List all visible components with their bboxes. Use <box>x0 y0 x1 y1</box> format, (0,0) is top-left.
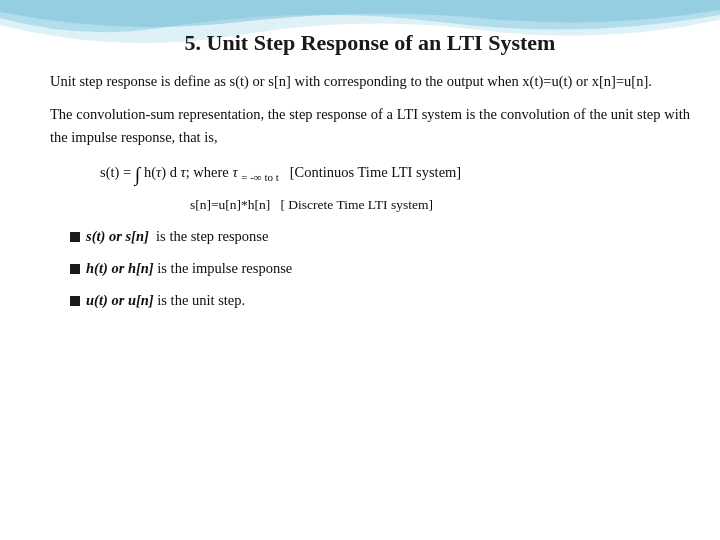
bullet-impulse-response: h(t) or h[n] is the impulse response <box>70 257 690 281</box>
bullet-icon-2 <box>70 264 80 274</box>
main-content: 5. Unit Step Response of an LTI System U… <box>50 30 690 520</box>
bullet-icon-3 <box>70 296 80 306</box>
formula-continuous: s(t) = ∫ h(τ) d τ; where τ = -∞ to t [Co… <box>100 160 690 187</box>
bullet-icon-1 <box>70 232 80 242</box>
bullet-step-response: s(t) or s[n] is the step response <box>70 225 690 249</box>
paragraph-1: Unit step response is define as s(t) or … <box>50 70 690 93</box>
bullet-unit-step: u(t) or u[n] is the unit step. <box>70 289 690 313</box>
paragraph-2: The convolution-sum representation, the … <box>50 103 690 149</box>
section-title: 5. Unit Step Response of an LTI System <box>50 30 690 56</box>
formula-discrete: s[n]=u[n]*h[n] [ Discrete Time LTI syste… <box>190 194 690 217</box>
